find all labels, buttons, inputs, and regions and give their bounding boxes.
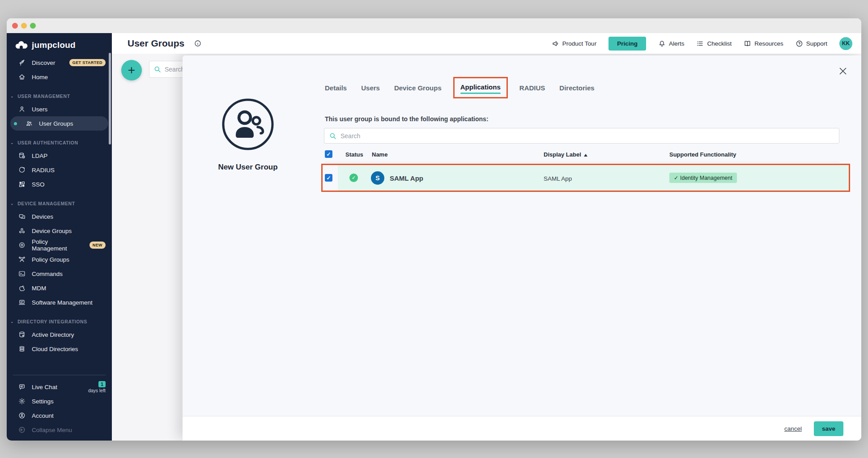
sidebar-item-label: Discover xyxy=(32,59,55,66)
section-header[interactable]: ⌄ DEVICE MANAGEMENT xyxy=(7,198,112,209)
chevron-down-icon: ⌄ xyxy=(10,94,14,98)
applications-search-input[interactable] xyxy=(340,132,834,140)
chevron-down-icon: ⌄ xyxy=(10,201,14,206)
active-indicator-dot xyxy=(14,122,17,125)
sidebar-item-label: User Groups xyxy=(39,120,73,127)
main-header: User Groups Product Tour Pricing Alerts xyxy=(112,33,861,54)
support-button[interactable]: Support xyxy=(796,40,827,47)
tab-device-groups[interactable]: Device Groups xyxy=(394,84,442,92)
sidebar-item-radius[interactable]: RADIUS xyxy=(7,163,112,177)
section-header[interactable]: ⌄ DIRECTORY INTEGRATIONS xyxy=(7,316,112,327)
sidebar-item-label: Home xyxy=(32,74,48,81)
sidebar-item-account[interactable]: Account xyxy=(7,408,112,423)
info-icon[interactable] xyxy=(194,40,201,47)
badge-check-icon: ✓ xyxy=(674,175,678,181)
page-title: User Groups xyxy=(128,38,184,49)
divider xyxy=(13,375,106,375)
sidebar-item-active-directory[interactable]: Active Directory xyxy=(7,327,112,342)
devices-icon xyxy=(18,213,26,220)
column-header-status[interactable]: Status xyxy=(345,151,363,158)
checklist-button[interactable]: Checklist xyxy=(696,40,732,47)
sidebar-item-label: Policy Management xyxy=(32,238,83,252)
alerts-button[interactable]: Alerts xyxy=(658,40,685,47)
gear-icon xyxy=(18,398,26,405)
sidebar-item-devices[interactable]: Devices xyxy=(7,209,112,224)
sidebar-item-label: LDAP xyxy=(32,153,47,159)
column-header-name[interactable]: Name xyxy=(372,151,387,158)
applications-table-header: ✓ Status Name Display Label Supported Fu… xyxy=(325,150,839,162)
add-user-group-button[interactable]: + xyxy=(121,60,142,81)
resources-button[interactable]: Resources xyxy=(744,40,783,47)
product-tour-button[interactable]: Product Tour xyxy=(552,40,596,47)
sidebar-item-collapse-menu[interactable]: Collapse Menu xyxy=(7,423,112,437)
user-group-icon xyxy=(26,120,33,127)
close-icon[interactable] xyxy=(838,66,848,76)
sidebar-section-user-authentication: ⌄ USER AUTHENTICATION LDAP RADIUS xyxy=(7,137,112,191)
megaphone-icon xyxy=(552,40,559,47)
trial-days-count: 1 xyxy=(98,381,106,387)
applications-search-field[interactable] xyxy=(324,128,839,144)
column-header-functionality[interactable]: Supported Functionality xyxy=(669,151,736,158)
brand-name: jumpcloud xyxy=(32,40,76,50)
select-all-checkbox[interactable]: ✓ xyxy=(325,150,332,158)
sidebar-item-discover[interactable]: Discover GET STARTED xyxy=(7,55,112,70)
bound-applications-description: This user group is bound to the followin… xyxy=(325,115,489,123)
database-clock-icon xyxy=(18,152,26,159)
sidebar-item-label: Policy Groups xyxy=(32,256,69,263)
application-row-highlight-box: ✓ ✓ S SAML App SAML App ✓ Identity Manag… xyxy=(321,164,850,192)
sidebar-item-commands[interactable]: Commands xyxy=(7,267,112,281)
sidebar-item-label: Users xyxy=(32,106,47,113)
sort-ascending-icon xyxy=(584,154,587,157)
radius-gauge-icon xyxy=(18,166,26,174)
user-group-avatar-icon xyxy=(221,98,275,151)
sidebar-item-label: Devices xyxy=(32,213,53,220)
sidebar-item-label: RADIUS xyxy=(32,167,55,174)
sidebar-item-software-management[interactable]: Software Management xyxy=(7,295,112,310)
save-button[interactable]: save xyxy=(814,421,843,436)
tab-directories[interactable]: Directories xyxy=(559,84,594,92)
sidebar-item-sso[interactable]: SSO xyxy=(7,177,112,191)
sidebar-item-users[interactable]: Users xyxy=(7,102,112,116)
tab-bar: Details Users Device Groups Applications… xyxy=(325,83,595,92)
minimize-window-button[interactable] xyxy=(21,23,27,29)
zoom-window-button[interactable] xyxy=(30,23,36,29)
brand-logo[interactable]: jumpcloud xyxy=(7,33,112,55)
sidebar-item-user-groups[interactable]: User Groups xyxy=(10,116,108,131)
grid-squares-icon xyxy=(18,181,26,188)
column-header-display-label[interactable]: Display Label xyxy=(544,151,587,158)
device-group-icon xyxy=(18,227,26,234)
section-header[interactable]: ⌄ USER MANAGEMENT xyxy=(7,90,112,102)
section-header[interactable]: ⌄ USER AUTHENTICATION xyxy=(7,137,112,148)
sidebar-section-user-management: ⌄ USER MANAGEMENT Users User Groups xyxy=(7,90,112,131)
modal-footer: cancel save xyxy=(183,416,861,441)
sidebar-item-label: Settings xyxy=(32,398,54,405)
sidebar-item-policy-management[interactable]: Policy Management NEW xyxy=(7,238,112,252)
target-icon xyxy=(18,242,26,249)
user-avatar[interactable]: KK xyxy=(839,37,852,50)
apple-icon xyxy=(18,284,26,292)
table-row[interactable]: ✓ ✓ S SAML App SAML App ✓ Identity Manag… xyxy=(323,165,849,191)
pricing-button[interactable]: Pricing xyxy=(608,37,646,51)
sidebar-item-ldap[interactable]: LDAP xyxy=(7,148,112,163)
sidebar-scrollbar[interactable] xyxy=(109,53,111,144)
sidebar-item-home[interactable]: Home xyxy=(7,70,112,84)
sidebar-item-live-chat[interactable]: Live Chat 1 days left xyxy=(7,380,112,394)
chat-bubble-icon xyxy=(18,383,26,390)
tab-applications[interactable]: Applications xyxy=(460,83,501,91)
sidebar-item-mdm[interactable]: MDM xyxy=(7,281,112,295)
sidebar-item-policy-groups[interactable]: Policy Groups xyxy=(7,252,112,267)
sidebar-item-cloud-directories[interactable]: Cloud Directories xyxy=(7,342,112,356)
sidebar-item-device-groups[interactable]: Device Groups xyxy=(7,224,112,238)
terminal-icon xyxy=(18,270,26,277)
tab-details[interactable]: Details xyxy=(325,84,347,92)
sidebar-item-settings[interactable]: Settings xyxy=(7,394,112,408)
tab-radius[interactable]: RADIUS xyxy=(519,84,545,92)
cancel-button[interactable]: cancel xyxy=(784,425,802,432)
trial-days-label: days left xyxy=(88,388,106,393)
header-actions: Product Tour Pricing Alerts Checklist Re… xyxy=(552,37,852,51)
close-window-button[interactable] xyxy=(12,23,18,29)
sidebar-item-label: Software Management xyxy=(32,299,93,306)
laptop-icon xyxy=(18,299,26,306)
tab-users[interactable]: Users xyxy=(361,84,380,92)
row-checkbox[interactable]: ✓ xyxy=(325,174,332,182)
